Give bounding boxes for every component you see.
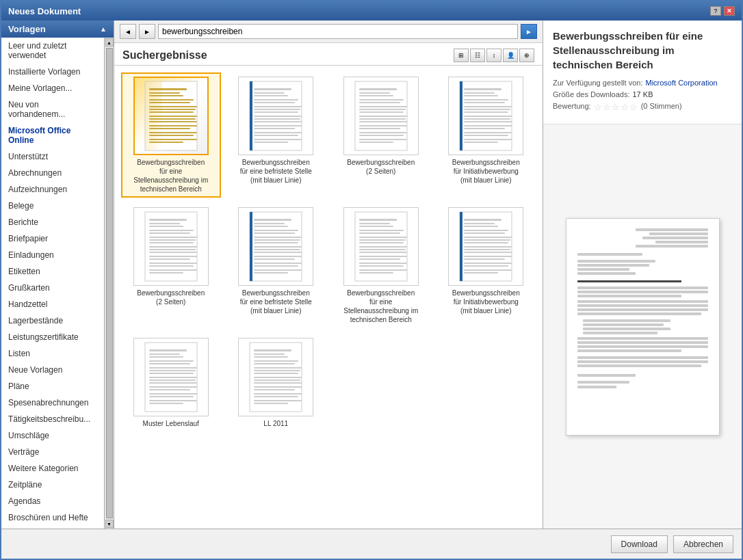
sidebar-header: Vorlagen ▲ — [1, 21, 114, 38]
search-input[interactable] — [158, 24, 518, 39]
template-item-t7[interactable]: Bewerbungsschreiben für eine Stellenauss… — [331, 203, 431, 328]
svg-rect-6 — [149, 102, 190, 103]
svg-rect-180 — [254, 389, 295, 390]
svg-rect-52 — [359, 132, 407, 133]
user-btn[interactable]: 👤 — [503, 49, 518, 62]
sidebar-item-listen[interactable]: Listen — [1, 345, 104, 362]
svg-rect-127 — [359, 265, 404, 267]
sidebar-item-abrechnungen[interactable]: Abrechnungen — [1, 165, 104, 181]
results-header: Suchergebnisse ⊞ ☷ ↕ 👤 ⊕ — [114, 43, 543, 66]
svg-rect-184 — [254, 403, 288, 404]
sidebar-item-taetigkeitsbeschreibu[interactable]: Tätigkeitsbeschreibu... — [1, 411, 104, 427]
svg-rect-27 — [254, 111, 298, 113]
template-item-t6[interactable]: Bewerbungsschreiben für eine befristete … — [226, 203, 326, 328]
forward-button[interactable]: ► — [139, 24, 155, 39]
rating-votes: (0 Stimmen) — [641, 102, 682, 110]
svg-rect-11 — [149, 118, 196, 120]
svg-rect-165 — [149, 400, 197, 401]
svg-rect-174 — [254, 370, 300, 371]
sidebar-item-zeitplaene[interactable]: Zeitpläne — [1, 477, 104, 493]
sidebar-item-plaene[interactable]: Pläne — [1, 378, 104, 395]
sidebar-item-vertraege[interactable]: Verträge — [1, 444, 104, 460]
svg-rect-62 — [464, 106, 512, 107]
svg-rect-121 — [359, 246, 407, 248]
back-button[interactable]: ◄ — [120, 24, 136, 39]
sidebar-item-broschueren[interactable]: Broschüren und Hefte — [1, 509, 104, 526]
svg-rect-105 — [254, 256, 302, 257]
sort-btn[interactable]: ↕ — [486, 49, 501, 62]
sidebar-item-lagerbestaende[interactable]: Lagerbestände — [1, 312, 104, 329]
template-label-t1: Bewerbungsschreiben für eine Stellenauss… — [133, 158, 209, 194]
results-title: Suchergebnisse — [122, 49, 207, 62]
sidebar-item-meine[interactable]: Meine Vorlagen... — [1, 80, 104, 96]
sidebar-item-berichte[interactable]: Berichte — [1, 214, 104, 230]
svg-rect-32 — [254, 128, 295, 129]
template-item-t3[interactable]: Bewerbungsschreiben (2 Seiten) — [331, 72, 431, 198]
svg-rect-150 — [149, 349, 187, 351]
sidebar-scroll-thumb[interactable] — [106, 48, 113, 518]
sidebar-item-installierte[interactable]: Installierte Vorlagen — [1, 64, 104, 80]
sidebar-scroll-up-btn[interactable]: ▲ — [105, 38, 114, 46]
svg-rect-181 — [254, 393, 302, 395]
template-item-t4[interactable]: Bewerbungsschreiben für Initiativbewerbu… — [436, 72, 536, 198]
sidebar-item-online[interactable]: Microsoft Office Online — [1, 122, 104, 148]
template-label-t5: Bewerbungsschreiben (2 Seiten) — [133, 289, 209, 306]
sidebar-collapse-icon[interactable]: ▲ — [100, 25, 107, 33]
sidebar-item-belege[interactable]: Belege — [1, 198, 104, 214]
svg-rect-40 — [359, 92, 390, 94]
cancel-button[interactable]: Abbrechen — [673, 535, 733, 553]
sidebar-scroll-down-btn[interactable]: ▼ — [105, 520, 114, 528]
template-item-t9[interactable]: Muster Lebenslauf — [121, 334, 221, 432]
sidebar-item-leer[interactable]: Leer und zuletzt verwendet — [1, 38, 104, 64]
svg-rect-95 — [254, 223, 285, 224]
svg-rect-73 — [464, 142, 498, 143]
sidebar-item-umschlaege[interactable]: Umschläge — [1, 427, 104, 444]
search-go-button[interactable]: ► — [521, 24, 537, 39]
svg-rect-156 — [149, 370, 196, 371]
sidebar-item-aufzeichnungen[interactable]: Aufzeichnungen — [1, 181, 104, 198]
svg-rect-137 — [464, 239, 510, 241]
template-item-t8[interactable]: Bewerbungsschreiben für Initiativbewerbu… — [436, 203, 536, 328]
sidebar-item-briefpapier[interactable]: Briefpapier — [1, 230, 104, 247]
svg-rect-182 — [254, 396, 298, 397]
svg-rect-98 — [254, 232, 295, 234]
sidebar-item-agendas[interactable]: Agendas — [1, 493, 104, 509]
svg-rect-41 — [359, 95, 393, 96]
view-btn-1[interactable]: ⊞ — [454, 49, 469, 62]
template-item-t1[interactable]: Bewerbungsschreiben für eine Stellenauss… — [121, 72, 221, 198]
close-button[interactable]: ✕ — [724, 6, 735, 16]
more-btn[interactable]: ⊕ — [519, 49, 534, 62]
sidebar-item-neu[interactable]: Neu von vorhandenem... — [1, 96, 104, 122]
sidebar-item-neue-vorlagen[interactable]: Neue Vorlagen — [1, 362, 104, 378]
svg-rect-164 — [149, 396, 194, 397]
sidebar-item-grusskarten[interactable]: Grußkarten — [1, 280, 104, 296]
svg-rect-125 — [359, 258, 400, 260]
svg-rect-118 — [359, 237, 407, 238]
sidebar-scrollbar[interactable]: ▲ ▼ — [104, 38, 114, 529]
svg-rect-136 — [464, 237, 512, 238]
center-panel: ◄ ► ► Suchergebnisse ⊞ ☷ ↕ 👤 ⊕ Bewerbun — [114, 21, 543, 529]
template-label-t4: Bewerbungsschreiben für Initiativbewerbu… — [448, 158, 523, 185]
sidebar-item-etiketten[interactable]: Etiketten — [1, 263, 104, 280]
help-button[interactable]: ? — [710, 6, 721, 16]
template-item-t2[interactable]: Bewerbungsschreiben für eine befristete … — [226, 72, 326, 198]
view-btn-2[interactable]: ☷ — [470, 49, 485, 62]
template-label-t6: Bewerbungsschreiben für eine befristete … — [238, 289, 313, 315]
sidebar-item-unterstuetzt[interactable]: Unterstützt — [1, 148, 104, 165]
svg-rect-134 — [464, 230, 508, 231]
size-value: 17 KB — [633, 90, 653, 98]
template-item-t5[interactable]: Bewerbungsschreiben (2 Seiten) — [121, 203, 221, 328]
sidebar-item-weitere[interactable]: Weitere Kategorien — [1, 460, 104, 477]
sidebar-item-leistungszertifikate[interactable]: Leistungszertifikate — [1, 329, 104, 345]
sidebar-item-einladungen[interactable]: Einladungen — [1, 247, 104, 263]
sidebar-item-handzettel[interactable]: Handzettel — [1, 296, 104, 312]
svg-rect-37 — [250, 81, 252, 150]
svg-rect-26 — [254, 109, 300, 110]
svg-rect-68 — [464, 125, 512, 126]
template-label-t7: Bewerbungsschreiben für eine Stellenauss… — [343, 289, 419, 324]
download-button[interactable]: Download — [611, 535, 668, 553]
provider-value: Microsoft Corporation — [645, 79, 717, 87]
sidebar-item-spesenabrechnungen[interactable]: Spesenabrechnungen — [1, 395, 104, 411]
template-item-t10[interactable]: LL 2011 — [226, 334, 326, 432]
svg-rect-9 — [149, 111, 194, 113]
